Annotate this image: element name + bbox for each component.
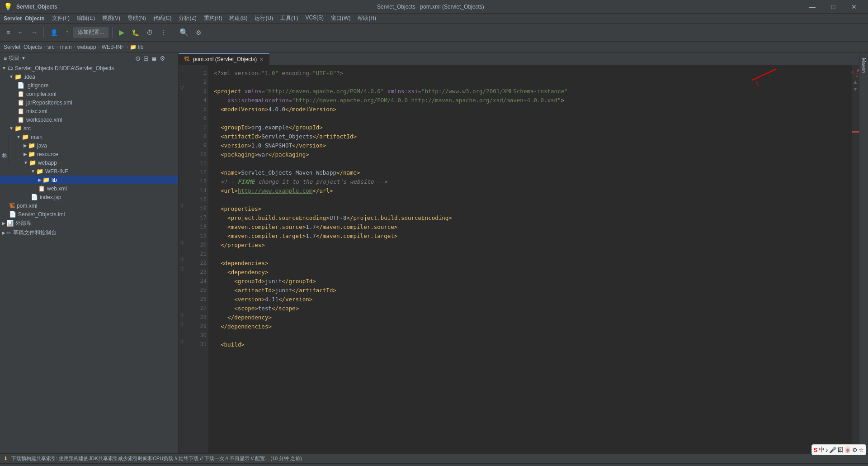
tree-item-servlet-iml[interactable]: 📄 Servlet_Objects.iml <box>0 210 178 219</box>
bc-webinf[interactable]: WEB-INF <box>102 44 125 50</box>
hide-icon[interactable]: — <box>168 55 175 62</box>
code-line-2 <box>214 78 846 87</box>
toolbar-more-btn[interactable]: ⋮ <box>157 27 169 38</box>
tree-item-compiler-xml[interactable]: 📋 compiler.xml <box>0 90 178 98</box>
tree-item-root[interactable]: ▼ 🗂 Servlet_Objects D:\IDEA\Servlet_Obje… <box>0 64 178 72</box>
tree-item-src[interactable]: ▼ 📁 src <box>0 124 178 133</box>
minimize-button[interactable]: — <box>802 0 823 13</box>
bc-src[interactable]: src <box>47 44 55 50</box>
menu-item-VCS(S)[interactable]: VCS(S) <box>302 13 327 24</box>
ime-mic[interactable]: 🎤 <box>829 447 836 453</box>
search-btn[interactable]: 🔍 <box>177 26 191 38</box>
tree-item-jar-repos[interactable]: 📋 jarRepositories.xml <box>0 98 178 107</box>
code-content[interactable]: <?xml version="1.0" encoding="UTF-8"?> <… <box>208 65 852 453</box>
bc-lib[interactable]: 📁 lib <box>130 44 143 50</box>
bc-webapp[interactable]: webapp <box>77 44 96 50</box>
green-arrow-btn[interactable]: ↑ <box>62 27 71 38</box>
tree-item-gitignore[interactable]: 📄 .gitignore <box>0 81 178 90</box>
tree-item-drafts[interactable]: ▶ ✏ 草稿文件和控制台 <box>0 228 178 238</box>
sidebar: ≡ 项目 ▼ ⊙ ⊟ ≣ ⚙ — ▼ 🗂 Servlet_Objects D:\… <box>0 52 179 453</box>
user-btn[interactable]: 👤 <box>47 27 61 38</box>
code-line-4: xsi:schemaLocation="http://maven.apache.… <box>214 96 846 105</box>
tree-item-index-jsp[interactable]: 📄 index.jsp <box>0 193 178 201</box>
ime-mahjong[interactable]: 🀄 <box>844 447 851 453</box>
tab-pom-xml[interactable]: 🏗 pom.xml (Servlet_Objects) ✕ <box>179 53 269 65</box>
bc-project[interactable]: Servlet_Objects <box>4 44 42 50</box>
tree-item-lib[interactable]: ▶ 📁 lib <box>0 176 178 184</box>
project-nav-icon[interactable]: ≡ <box>4 27 13 38</box>
menu-item-导航(N)[interactable]: 导航(N) <box>124 13 150 24</box>
line-numbers: 12345 678910 1112131415 1617181920 21222… <box>186 65 208 453</box>
ime-s: S <box>814 447 818 453</box>
notification-icon: ⬇ <box>4 456 8 461</box>
menu-item-构建(B)[interactable]: 构建(B) <box>226 13 251 24</box>
maven-panel-tab[interactable]: Maven <box>860 56 868 75</box>
notification-bar: ⬇ 下载预构建共享索引: 使用预构建的JDK共享索引减少索引时间和CPU负载 /… <box>0 453 868 463</box>
sidebar-title: ≡ 项目 ▼ <box>4 54 26 62</box>
title-bar: 💡 Servlet_Objects Servlet_Objects - pom.… <box>0 0 868 14</box>
menu-item-代码(C)[interactable]: 代码(C) <box>150 13 175 24</box>
tree-item-webapp[interactable]: ▼ 📁 webapp <box>0 158 178 167</box>
tree-item-misc-xml[interactable]: 📋 misc.xml <box>0 107 178 115</box>
left-panel-toggles: 结构 <box>0 136 9 163</box>
forward-btn[interactable]: → <box>28 27 40 38</box>
root-label: Servlet_Objects D:\IDEA\Servlet_Objects <box>15 65 114 71</box>
close-button[interactable]: ✕ <box>844 0 864 13</box>
code-line-19: <maven.compiler.target>1.7</maven.compil… <box>214 232 846 241</box>
warning-count-label: ▲ 1 <box>856 67 859 78</box>
menu-item-重构(R)[interactable]: 重构(R) <box>200 13 226 24</box>
menu-item-分析(Z)[interactable]: 分析(Z) <box>175 13 200 24</box>
up-arrow-icon[interactable]: ▲ <box>853 79 858 85</box>
error-count[interactable]: ⚠ ▲ 1 <box>850 67 859 78</box>
ime-star[interactable]: ☆ <box>859 447 864 453</box>
tree-item-web-xml[interactable]: 📋 web.xml <box>0 184 178 193</box>
profile-btn[interactable]: ⏱ <box>144 27 156 38</box>
ime-zh[interactable]: 中 <box>819 446 825 454</box>
menu-item-视图(V)[interactable]: 视图(V) <box>99 13 124 24</box>
tree-item-java[interactable]: ▶ 📁 java <box>0 141 178 150</box>
expand-icon[interactable]: ≣ <box>151 55 157 62</box>
menu-item-文件(F)[interactable]: 文件(F) <box>48 13 73 24</box>
menu-items: 文件(F)编辑(E)视图(V)导航(N)代码(C)分析(Z)重构(R)构建(B)… <box>48 13 380 24</box>
code-editor[interactable]: ▽ ▽ △ ▽ ▽ <box>179 65 859 453</box>
bc-main[interactable]: main <box>60 44 72 50</box>
maximize-button[interactable]: □ <box>823 0 844 13</box>
tree-item-webinf[interactable]: ▼ 📁 WEB-INF <box>0 167 178 176</box>
menu-item-窗口(W)[interactable]: 窗口(W) <box>327 13 354 24</box>
menu-item-帮助(H)[interactable]: 帮助(H) <box>354 13 380 24</box>
tab-label: pom.xml (Servlet_Objects) <box>193 56 257 62</box>
tree-item-resource[interactable]: ▶ 📁 resource <box>0 150 178 158</box>
ime-img[interactable]: 🖼 <box>837 447 843 453</box>
code-line-27: <scope>test</scope> <box>214 304 846 313</box>
settings-btn[interactable]: ⚙ <box>193 27 204 38</box>
ime-music[interactable]: ♪ <box>826 447 829 453</box>
down-arrow-icon[interactable]: ▼ <box>853 86 858 92</box>
settings-icon[interactable]: ⚙ <box>160 55 165 62</box>
tree-item-workspace-xml[interactable]: 📋 workspace.xml <box>0 115 178 124</box>
locate-icon[interactable]: ⊙ <box>135 55 141 62</box>
tree-item-ext-libs[interactable]: ▶ 📊 外部库 <box>0 219 178 228</box>
editor-area: 🏗 pom.xml (Servlet_Objects) ✕ ▽ <box>179 52 859 453</box>
separator-2 <box>112 27 113 38</box>
menu-item-编辑(E)[interactable]: 编辑(E) <box>73 13 99 24</box>
menu-item-运行(U)[interactable]: 运行(U) <box>251 13 277 24</box>
run-btn[interactable]: ▶ <box>116 26 127 38</box>
debug-btn[interactable]: 🐛 <box>129 27 142 38</box>
add-config-btn[interactable]: 添加配置... <box>73 27 108 38</box>
toolbar: ≡ ← → 👤 ↑ 添加配置... ▶ 🐛 ⏱ ⋮ 🔍 ⚙ <box>0 24 868 42</box>
bottom-bar: ▶ 运行 ≡ TODO ⚠ 问题 ⬛ 终端 📊 分析器 🔨 构建 <box>0 463 868 466</box>
ime-settings[interactable]: ⚙ <box>852 447 858 453</box>
back-btn[interactable]: ← <box>14 27 26 38</box>
tab-close-icon[interactable]: ✕ <box>259 57 264 62</box>
menu-item-工具(T)[interactable]: 工具(T) <box>277 13 302 24</box>
tree-item-pom-xml[interactable]: 🏗 pom.xml <box>0 201 178 210</box>
code-line-6 <box>214 114 846 123</box>
error-stripe <box>852 95 859 453</box>
code-line-16: <properties> <box>214 204 846 214</box>
code-line-20: </properties> <box>214 241 846 250</box>
dropdown-arrow-icon[interactable]: ▼ <box>21 56 26 61</box>
left-toggle-1[interactable]: 结构 <box>0 136 9 163</box>
tree-item-idea[interactable]: ▼ 📁 .idea <box>0 72 178 81</box>
tree-item-main[interactable]: ▼ 📁 main <box>0 133 178 141</box>
collapse-all-icon[interactable]: ⊟ <box>143 55 149 62</box>
